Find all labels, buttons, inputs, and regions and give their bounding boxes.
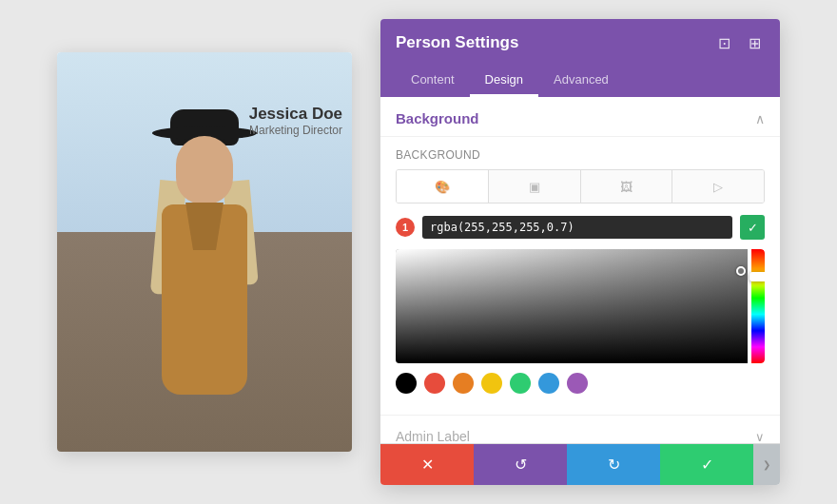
hue-slider[interactable] — [751, 249, 765, 363]
background-section-header: Background ∧ — [380, 97, 780, 137]
bg-type-video[interactable]: ▷ — [672, 170, 764, 203]
color-tab-icon: 🎨 — [435, 180, 450, 194]
cancel-icon: ✕ — [421, 456, 434, 474]
panel-title: Person Settings — [396, 33, 518, 52]
responsive-icon[interactable]: ⊡ — [713, 32, 734, 53]
bg-type-tabs: 🎨 ▣ 🖼 ▷ — [396, 169, 765, 204]
person-card: Jessica Doe Marketing Director — [57, 52, 352, 452]
background-section-title: Background — [396, 110, 479, 126]
panel-tabs: Content Design Advanced — [396, 65, 765, 97]
redo-button[interactable]: ↻ — [567, 444, 660, 485]
tab-content[interactable]: Content — [396, 65, 470, 97]
color-confirm-button[interactable]: ✓ — [740, 215, 765, 240]
gradient-handle[interactable] — [736, 266, 746, 276]
admin-label-text: Admin Label — [396, 429, 470, 443]
color-input-row: 1 ✓ — [396, 215, 765, 240]
collapse-icon[interactable]: ∧ — [755, 111, 765, 126]
hue-handle[interactable] — [749, 272, 765, 281]
undo-button[interactable]: ↺ — [474, 444, 567, 485]
save-icon: ✓ — [701, 456, 713, 474]
extra-icon: ❯ — [763, 459, 770, 470]
background-field-label: Background — [396, 148, 765, 162]
swatch-orange[interactable] — [453, 373, 474, 394]
swatch-yellow[interactable] — [481, 373, 502, 394]
person-title: Marketing Director — [249, 124, 342, 137]
tab-design[interactable]: Design — [470, 65, 538, 97]
save-button[interactable]: ✓ — [660, 444, 753, 485]
person-name: Jessica Doe — [249, 105, 342, 124]
color-swatches — [396, 373, 765, 394]
video-tab-icon: ▷ — [713, 180, 723, 194]
panel-title-row: Person Settings ⊡ ⊞ — [396, 32, 765, 53]
person-info: Jessica Doe Marketing Director — [249, 105, 342, 137]
background-section: Background ∧ Background 🎨 ▣ 🖼 — [380, 97, 780, 415]
admin-label-section[interactable]: Admin Label ∨ — [380, 415, 780, 443]
gradient-tab-icon: ▣ — [529, 180, 540, 194]
image-tab-icon: 🖼 — [620, 180, 633, 194]
color-picker-area[interactable] — [396, 249, 765, 363]
panel-body: Background ∧ Background 🎨 ▣ 🖼 — [380, 97, 780, 443]
swatch-green[interactable] — [510, 373, 531, 394]
swatch-purple[interactable] — [567, 373, 588, 394]
bg-type-gradient[interactable]: ▣ — [489, 170, 581, 203]
person-silhouette — [128, 109, 281, 452]
check-icon: ✓ — [748, 221, 758, 235]
swatch-black[interactable] — [396, 373, 417, 394]
panel-header: Person Settings ⊡ ⊞ Content Design Advan… — [380, 19, 780, 97]
panel-icons: ⊡ ⊞ — [713, 32, 765, 53]
redo-icon: ↻ — [608, 456, 620, 474]
bg-type-image[interactable]: 🖼 — [581, 170, 673, 203]
head — [176, 136, 233, 204]
gradient-square — [396, 249, 748, 363]
tab-advanced[interactable]: Advanced — [538, 65, 624, 97]
action-bar-extra[interactable]: ❯ — [753, 444, 780, 485]
admin-chevron-icon: ∨ — [755, 430, 765, 444]
swatch-red[interactable] — [424, 373, 445, 394]
color-badge: 1 — [396, 218, 415, 237]
color-value-input[interactable] — [422, 216, 732, 239]
settings-panel: Person Settings ⊡ ⊞ Content Design Advan… — [380, 19, 780, 485]
undo-icon: ↺ — [515, 456, 527, 474]
bg-type-color[interactable]: 🎨 — [397, 170, 489, 203]
cancel-button[interactable]: ✕ — [380, 444, 474, 485]
background-section-content: Background 🎨 ▣ 🖼 ▷ — [380, 137, 780, 415]
swatch-blue[interactable] — [538, 373, 559, 394]
action-bar: ✕ ↺ ↻ ✓ ❯ — [380, 443, 780, 485]
layout-icon[interactable]: ⊞ — [744, 32, 765, 53]
